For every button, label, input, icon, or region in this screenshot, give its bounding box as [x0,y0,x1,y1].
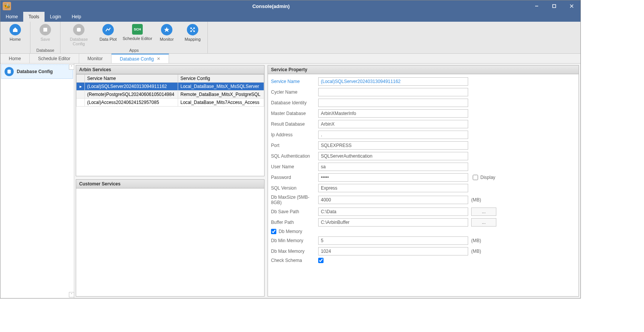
app-icon: 🐝 [3,2,11,10]
label-service-name: Service Name [271,79,318,84]
right-panel: Service Property Service Name Cycler Nam… [266,64,580,298]
col-service-config[interactable]: Service Config [178,75,264,83]
nav-panel: ˆ Database Config ˇ [0,64,74,298]
db-save-path-field[interactable] [318,208,468,216]
db-max-memory-field[interactable] [318,247,468,255]
svg-rect-4 [43,28,47,32]
mapping-icon [187,24,198,35]
label-sql-version: SQL Version [271,185,318,191]
document-tabs: Home Schedule Editor Monitor Database Co… [0,54,580,64]
ribbon-database-config-button[interactable]: Database Config [64,23,94,46]
ribbon-group-home: Home [0,22,30,53]
titlebar: 🐝 Console(admin) [0,0,580,12]
service-name-field[interactable] [318,77,468,86]
ribbon-data-plot-button[interactable]: Data Plot [96,23,120,42]
ribbon-group-apps: Database Config Data Plot SCH Schedule E… [61,22,208,53]
menubar: Home Tools Login Help [0,12,580,22]
arbin-services-grid[interactable]: Service Name Service Config ▸ (Local)SQL… [76,74,264,107]
schedule-editor-icon: SCH [132,24,143,35]
label-db-maxsize: Db MaxSize (5MB-8GB) [271,195,318,205]
unit-mb: (MB) [471,249,481,254]
close-icon[interactable]: ✕ [157,56,160,61]
unit-mb: (MB) [471,238,481,243]
db-memory-checkbox[interactable] [271,229,276,234]
ribbon-schedule-editor-button[interactable]: SCH Schedule Editor [122,23,153,41]
cycler-name-field[interactable] [318,88,468,96]
save-icon [40,24,51,35]
display-password-checkbox[interactable] [473,175,478,180]
col-service-name[interactable]: Service Name [85,75,178,83]
label-display: Display [480,175,495,180]
label-master-database: Master Database [271,111,318,116]
label-password: Password [271,175,318,180]
content-area: ˆ Database Config ˇ Arbin Services [0,64,580,298]
label-database-identity: Database Identity [271,100,318,105]
database-identity-field[interactable] [318,99,468,107]
ribbon-home-button[interactable]: Home [3,23,27,42]
minimize-button[interactable] [528,0,545,12]
tab-monitor[interactable]: Monitor [79,54,112,63]
monitor-icon [161,24,172,35]
user-name-field[interactable] [318,163,468,171]
database-config-icon [73,24,84,35]
tab-database-config[interactable]: Database Config ✕ [112,54,169,63]
browse-buffer-path-button[interactable]: ... [471,218,496,227]
panel-header: Arbin Services [76,65,264,74]
service-property-panel: Service Property Service Name Cycler Nam… [268,65,579,297]
label-buffer-path: Buffer Path [271,220,318,225]
sql-version-select[interactable]: Express [318,184,468,192]
nav-collapse-top[interactable]: ˆ [69,64,74,70]
arbin-services-panel: Arbin Services Service Name Service Conf… [76,65,265,176]
ribbon-save-button[interactable]: Save [33,23,57,42]
label-db-memory: Db Memory [279,229,302,234]
table-row[interactable]: ▸ (Local)SQLServer20240313094911162 Loca… [77,83,264,91]
menu-tools[interactable]: Tools [23,12,45,22]
check-schema-checkbox[interactable] [318,258,324,263]
menu-login[interactable]: Login [45,12,66,22]
ip-address-field[interactable] [318,131,468,139]
maximize-button[interactable] [545,0,563,12]
table-row[interactable]: (Local)Access20240624152957085 Local_Dat… [77,99,264,107]
ribbon-mapping-button[interactable]: Mapping [181,23,204,42]
label-result-database: Result Database [271,121,318,127]
customer-services-panel: Customer Services [76,179,265,297]
tab-schedule-editor[interactable]: Schedule Editor [30,54,79,63]
label-db-save-path: Db Save Path [271,209,318,214]
center-panel: Arbin Services Service Name Service Conf… [74,64,266,298]
master-database-field[interactable] [318,109,468,118]
ribbon-group-database: Save Database [30,22,61,53]
browse-db-save-path-button[interactable]: ... [471,208,496,216]
nav-item-database-config[interactable]: Database Config [1,64,73,79]
app-window: 🐝 Console(admin) Home Tools Login Help [0,0,581,298]
ribbon-monitor-button[interactable]: Monitor [155,23,179,42]
customer-services-body [76,188,264,296]
menu-home[interactable]: Home [0,12,23,22]
panel-header: Customer Services [76,180,264,188]
ribbon: Home Save Database [0,22,580,54]
label-user-name: User Name [271,164,318,169]
label-port: Port [271,143,318,148]
label-check-schema: Check Schema [271,258,318,263]
tab-home[interactable]: Home [0,54,30,63]
label-db-min-memory: Db Min Memory [271,238,318,243]
nav-collapse-bottom[interactable]: ˇ [69,292,74,297]
database-icon [5,67,14,76]
nav-item-label: Database Config [17,69,53,74]
db-min-memory-field[interactable] [318,236,468,245]
password-field[interactable] [318,173,468,182]
svg-rect-1 [553,5,556,8]
port-select[interactable]: SQLEXPRESS [318,141,468,150]
result-database-field[interactable] [318,120,468,128]
label-ip-address: Ip Address [271,132,318,137]
close-button[interactable] [563,0,580,12]
menu-help[interactable]: Help [66,12,86,22]
label-sql-authentication: SQL Authentication [271,153,318,159]
panel-header: Service Property [268,65,579,74]
row-indicator-icon: ▸ [77,83,85,91]
buffer-path-field[interactable] [318,218,468,227]
db-maxsize-field[interactable] [318,196,468,204]
label-cycler-name: Cycler Name [271,89,318,95]
sql-authentication-select[interactable]: SQLServerAuthentication [318,152,468,160]
label-db-max-memory: Db Max Memory [271,249,318,254]
table-row[interactable]: (Remote)PostgreSQL20240606105014984 Remo… [77,91,264,99]
